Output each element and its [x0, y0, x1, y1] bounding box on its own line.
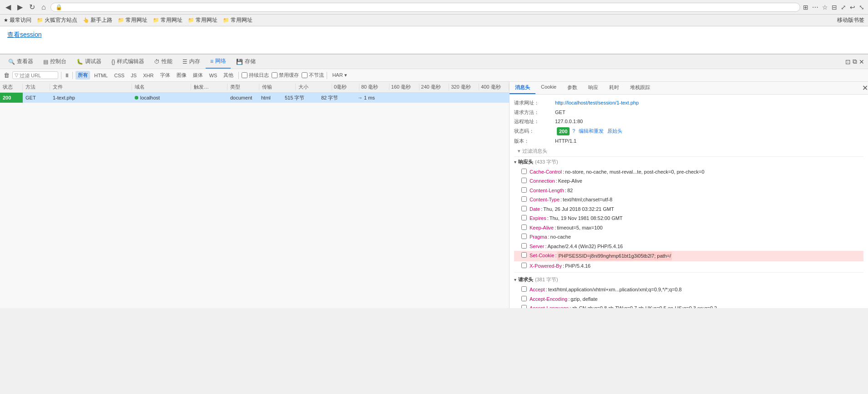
undo-icon[interactable]: ↩	[850, 4, 855, 11]
tab-performance[interactable]: ⏱ 性能	[150, 55, 177, 69]
rh-checkbox-6[interactable]	[521, 224, 527, 230]
cell-subtype: html	[259, 95, 282, 100]
har-button[interactable]: HAR ▾	[330, 71, 349, 79]
refresh-button[interactable]: ↻	[27, 2, 37, 12]
grid-icon[interactable]: ⊞	[803, 4, 808, 11]
filter-xhr[interactable]: XHR	[141, 72, 156, 79]
response-headers-section[interactable]: ▾ 响应头 (433 字节)	[514, 157, 863, 167]
col-header-status[interactable]: 状态	[0, 84, 23, 90]
filter-input-container: ▽	[12, 71, 58, 79]
filter-images[interactable]: 图像	[174, 71, 189, 80]
filter-media[interactable]: 媒体	[191, 71, 205, 80]
tab-network[interactable]: ≡ 网络	[206, 55, 231, 69]
request-headers-section[interactable]: ▾ 请求头 (381 字节)	[514, 274, 863, 285]
resize-icon[interactable]: ⤡	[859, 4, 864, 11]
raw-headers-link[interactable]: 原始头	[607, 127, 622, 135]
table-row[interactable]: 200 GET 1-text.php localhost document ht…	[0, 93, 509, 103]
bookmark-guide[interactable]: 👆 新手上路	[83, 16, 112, 24]
bookmark-common2[interactable]: 📁 常用网址	[153, 16, 182, 24]
rh-value-7: no-cache	[550, 233, 571, 241]
filter-js[interactable]: JS	[129, 72, 139, 79]
devtools-close-button[interactable]: ✕	[859, 58, 864, 65]
home-button[interactable]: ⌂	[40, 2, 48, 12]
persist-logs-checkbox[interactable]	[242, 72, 247, 78]
col-header-type[interactable]: 类型	[227, 84, 259, 90]
tab-memory[interactable]: ☰ 内存	[178, 55, 205, 69]
disable-cache-checkbox[interactable]	[272, 72, 278, 78]
more-icon[interactable]: ⋯	[812, 4, 818, 11]
tab-debugger[interactable]: 🐛 调试器	[72, 55, 106, 69]
status-help-icon[interactable]: ?	[572, 127, 575, 135]
tab-cookie[interactable]: Cookie	[535, 82, 562, 94]
waterfall-240ms: 240 毫秒	[419, 84, 449, 90]
back-button[interactable]: ◀	[4, 2, 13, 12]
bookmark-common4[interactable]: 📁 常用网址	[223, 16, 252, 24]
star-icon[interactable]: ☆	[822, 4, 828, 11]
rh-checkbox-7[interactable]	[521, 234, 527, 239]
rh-checkbox-0[interactable]	[521, 169, 527, 174]
col-header-method[interactable]: 方法	[23, 84, 50, 90]
session-link[interactable]: 查看session	[7, 31, 41, 38]
bookmark-mobile[interactable]: 移动版书签	[837, 16, 864, 24]
tab-inspector[interactable]: 🔍 查看器	[4, 55, 38, 69]
inspector-icon: 🔍	[8, 59, 15, 65]
filter-headers-row[interactable]: ▾ 过滤消息头	[514, 146, 863, 157]
filter-other[interactable]: 其他	[221, 71, 236, 80]
edit-resend-link[interactable]: 编辑和重发	[579, 127, 604, 135]
rh-checkbox-9[interactable]	[521, 252, 527, 258]
filter-html[interactable]: HTML	[92, 72, 110, 79]
fullscreen-icon[interactable]: ⤢	[841, 4, 846, 11]
reqh-checkbox-1[interactable]	[521, 296, 527, 301]
bookmark-firefox[interactable]: 📁 火狐官方站点	[37, 16, 77, 24]
filter-ws[interactable]: WS	[207, 72, 220, 79]
col-header-domain[interactable]: 域名	[132, 84, 191, 90]
disable-cache-label[interactable]: 禁用缓存	[272, 72, 299, 79]
bookmark-common1[interactable]: 📁 常用网址	[118, 16, 147, 24]
reqh-name-1: Accept-Encoding	[530, 295, 567, 303]
devtools-popout-button[interactable]: ⧉	[853, 58, 857, 65]
filter-headers-label: 过滤消息头	[522, 148, 547, 155]
rh-checkbox-8[interactable]	[521, 243, 527, 249]
clear-button[interactable]: 🗑	[4, 72, 10, 79]
status-code-label: 状态码：	[514, 127, 555, 135]
rh-checkbox-1[interactable]	[521, 178, 527, 183]
filter-url-input[interactable]	[20, 73, 56, 78]
no-throttle-checkbox[interactable]	[302, 72, 308, 78]
filter-fonts[interactable]: 字体	[158, 71, 172, 80]
tab-params[interactable]: 参数	[562, 82, 583, 94]
reqh-checkbox-0[interactable]	[521, 286, 527, 292]
rh-checkbox-3[interactable]	[521, 196, 527, 202]
pause-button[interactable]: ⏸	[64, 72, 70, 79]
tab-storage[interactable]: 💾 存储	[232, 55, 260, 69]
filter-all[interactable]: 所有	[76, 71, 90, 80]
reqh-checkbox-2[interactable]	[521, 305, 527, 308]
tab-console[interactable]: ▤ 控制台	[39, 55, 71, 69]
storage-icon: 💾	[236, 59, 243, 65]
col-header-file[interactable]: 文件	[50, 84, 132, 90]
waterfall-400ms: 400 毫秒	[479, 84, 509, 90]
rh-checkbox-10[interactable]	[521, 263, 527, 268]
tab-style-editor[interactable]: {} 样式编辑器	[107, 55, 149, 69]
tab-response[interactable]: 响应	[583, 82, 604, 94]
tab-timing[interactable]: 耗时	[604, 82, 625, 94]
persist-logs-label[interactable]: 持续日志	[242, 72, 269, 79]
tab-stack[interactable]: 堆栈跟踪	[625, 82, 656, 94]
devtools-dock-button[interactable]: ⊡	[845, 58, 851, 65]
memory-icon: ☰	[182, 59, 187, 65]
forward-button[interactable]: ▶	[15, 2, 25, 12]
rh-checkbox-4[interactable]	[521, 206, 527, 211]
col-header-transfer[interactable]: 传输	[259, 84, 296, 90]
bookmark-common3[interactable]: 📁 常用网址	[188, 16, 217, 24]
bookmark-frequent[interactable]: ★ 最常访问	[4, 16, 31, 24]
panel-close-button[interactable]: ✕	[862, 82, 868, 94]
cell-domain: localhost	[132, 95, 191, 100]
rh-checkbox-2[interactable]	[521, 187, 527, 193]
col-header-size[interactable]: 大小	[296, 84, 332, 90]
url-input[interactable]: localhost/test/session/1-text.php	[65, 4, 795, 10]
tab-messages[interactable]: 消息头	[510, 82, 535, 94]
no-throttle-label[interactable]: 不节流	[302, 72, 324, 79]
filter-css[interactable]: CSS	[112, 72, 127, 79]
rh-checkbox-5[interactable]	[521, 215, 527, 220]
sidebar-icon[interactable]: ⊟	[832, 4, 837, 11]
col-header-trigger[interactable]: 触发…	[191, 84, 227, 90]
